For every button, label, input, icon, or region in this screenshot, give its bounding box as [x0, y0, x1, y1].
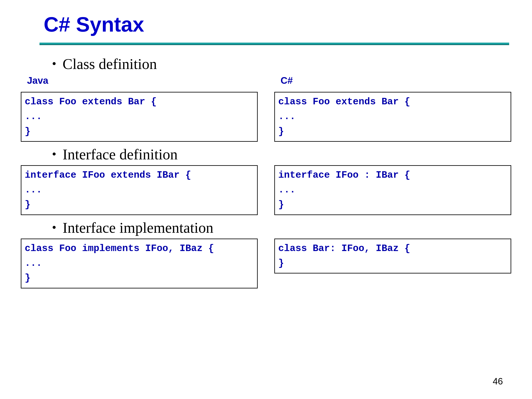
column-labels: Java C#: [21, 75, 511, 88]
label-java: Java: [27, 75, 258, 86]
row-interface-implementation: class Foo implements IFoo, IBaz { ... } …: [21, 239, 511, 288]
bullet-interface-definition: • Interface definition: [52, 146, 511, 163]
page-number: 46: [493, 376, 503, 386]
bullet-class-definition: • Class definition: [52, 56, 511, 73]
bullet-interface-implementation: • Interface implementation: [52, 219, 511, 236]
code-interface-csharp: interface IFoo : IBar { ... }: [274, 165, 511, 215]
code-implementation-csharp: class Bar: IFoo, IBaz { }: [274, 239, 511, 274]
title-divider: [39, 43, 509, 45]
label-csharp: C#: [280, 75, 511, 86]
slide: C# Syntax • Class definition Java C# cla…: [0, 0, 532, 399]
bullet-icon: •: [52, 221, 56, 234]
bullet-icon: •: [52, 148, 56, 160]
row-interface-definition: interface IFoo extends IBar { ... } inte…: [21, 165, 511, 215]
bullet-text: Interface implementation: [63, 219, 213, 236]
slide-title: C# Syntax: [44, 13, 511, 36]
code-interface-java: interface IFoo extends IBar { ... }: [21, 165, 258, 215]
bullet-icon: •: [52, 57, 56, 70]
code-class-csharp: class Foo extends Bar { ... }: [274, 92, 511, 142]
bullet-text: Class definition: [63, 56, 157, 73]
bullet-text: Interface definition: [63, 146, 178, 163]
code-class-java: class Foo extends Bar { ... }: [21, 92, 258, 142]
code-implementation-java: class Foo implements IFoo, IBaz { ... }: [21, 239, 258, 288]
row-class-definition: class Foo extends Bar { ... } class Foo …: [21, 92, 511, 142]
